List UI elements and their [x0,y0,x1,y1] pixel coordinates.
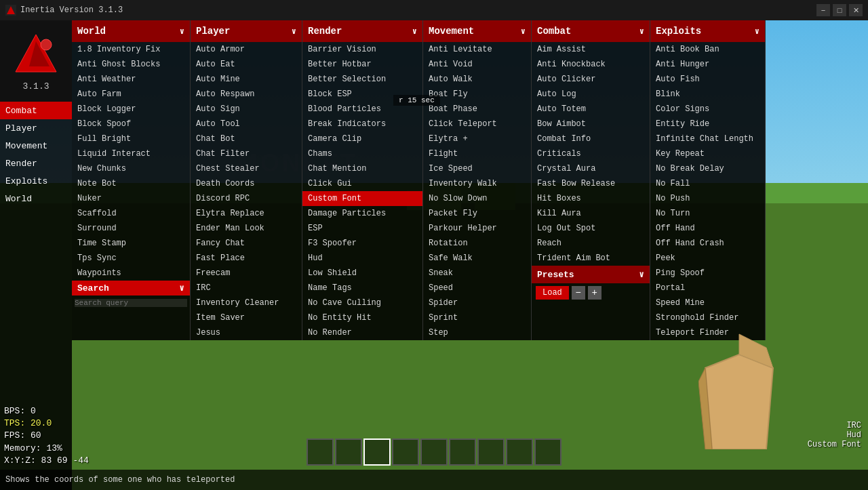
hotbar-slot[interactable] [477,438,505,466]
menu-item[interactable]: F3 Spoofer [302,236,422,251]
combat-header[interactable]: Combat ∨ [532,20,650,42]
menu-item[interactable]: Reach [532,236,650,251]
menu-item[interactable]: Anti Levitate [423,42,531,57]
search-section[interactable]: Search ∨ [72,281,190,295]
menu-item[interactable]: Off Hand Crash [650,236,765,251]
menu-item[interactable]: Death Coords [191,176,302,191]
menu-item[interactable]: Freecam [191,266,302,281]
menu-item[interactable]: New Chunks [72,161,190,176]
menu-item[interactable]: Auto Respawn [191,87,302,102]
menu-item[interactable]: Anti Ghost Blocks [72,57,190,72]
menu-item[interactable]: Full Bright [72,131,190,146]
sidebar-item-world[interactable]: World [0,190,72,207]
menu-item[interactable]: Sprint [423,310,531,325]
menu-item[interactable]: Entity Ride [650,117,765,131]
menu-item[interactable]: Stronghold Finder [650,310,765,325]
hotbar-slot[interactable] [506,438,533,466]
menu-item[interactable]: Low Shield [302,266,422,281]
menu-item[interactable]: Chest Stealer [191,161,302,176]
hotbar-slot[interactable] [420,438,448,466]
menu-item[interactable]: Rotation [423,236,531,251]
menu-item[interactable]: Safe Walk [423,251,531,266]
menu-item[interactable]: Better Hotbar [302,57,422,72]
menu-item[interactable]: Time Stamp [72,236,190,251]
menu-item[interactable]: Waypoints [72,266,190,281]
menu-item[interactable]: Auto Clicker [532,72,650,87]
menu-item[interactable]: Auto Walk [423,72,531,87]
presets-header[interactable]: Presets ∨ [532,266,650,283]
exploits-header[interactable]: Exploits ∨ [650,20,765,42]
menu-item[interactable]: Portal [650,281,765,295]
menu-item[interactable]: Parkour Helper [423,221,531,236]
menu-item[interactable]: Auto Fish [650,72,765,87]
menu-item[interactable]: Auto Mine [191,72,302,87]
menu-item[interactable]: Kill Aura [532,206,650,221]
menu-item[interactable]: Off Hand [650,221,765,236]
menu-item[interactable]: Break Indicators [302,117,422,131]
menu-item[interactable]: Anti Weather [72,72,190,87]
menu-item[interactable]: Surround [72,221,190,236]
preset-minus-button[interactable]: − [572,286,585,300]
menu-item-custom-font[interactable]: Custom Font [302,191,422,206]
menu-item[interactable]: Liquid Interact [72,146,190,161]
menu-item[interactable]: 1.8 Inventory Fix [72,42,190,57]
menu-item[interactable]: Chams [302,146,422,161]
menu-item[interactable]: Aim Assist [532,42,650,57]
render-header[interactable]: Render ∨ [302,20,422,42]
menu-item[interactable]: Inventory Walk [423,176,531,191]
menu-item[interactable]: Ping Spoof [650,266,765,281]
menu-item[interactable]: Speed [423,281,531,295]
minimize-button[interactable]: − [816,4,830,16]
menu-item[interactable]: Auto Totem [532,102,650,117]
menu-item[interactable]: No Render [302,325,422,340]
menu-item[interactable]: Trident Aim Bot [532,251,650,266]
menu-item[interactable]: Auto Armor [191,42,302,57]
menu-item[interactable]: Flight [423,146,531,161]
menu-item[interactable]: Inventory Cleaner [191,295,302,310]
menu-item[interactable]: Color Signs [650,102,765,117]
maximize-button[interactable]: □ [833,4,846,16]
menu-item[interactable]: Jesus [191,325,302,340]
player-header[interactable]: Player ∨ [191,20,302,42]
menu-item[interactable]: Criticals [532,146,650,161]
menu-item[interactable]: Log Out Spot [532,221,650,236]
menu-item[interactable]: Chat Mention [302,161,422,176]
menu-item[interactable]: Click Gui [302,176,422,191]
menu-item[interactable]: Ender Man Look [191,221,302,236]
menu-item[interactable]: Block Logger [72,102,190,117]
sidebar-item-combat[interactable]: Combat [0,102,72,119]
menu-item[interactable]: Spider [423,295,531,310]
menu-item[interactable]: Bow Aimbot [532,117,650,131]
menu-item[interactable]: Combat Info [532,131,650,146]
menu-item[interactable]: Auto Tool [191,117,302,131]
menu-item[interactable]: No Turn [650,206,765,221]
menu-item[interactable]: Anti Void [423,57,531,72]
menu-item[interactable]: IRC [191,281,302,295]
close-button[interactable]: ✕ [849,4,863,16]
menu-item[interactable]: Chat Bot [191,131,302,146]
menu-item[interactable]: Anti Hunger [650,57,765,72]
preset-plus-button[interactable]: + [588,286,601,300]
menu-item[interactable]: Fancy Chat [191,236,302,251]
menu-item[interactable]: Elytra + [423,131,531,146]
menu-item[interactable]: Fast Place [191,251,302,266]
menu-item[interactable]: Damage Particles [302,206,422,221]
menu-item[interactable]: Hud [302,251,422,266]
menu-item[interactable]: Auto Eat [191,57,302,72]
menu-item[interactable]: Auto Sign [191,102,302,117]
hotbar-slot[interactable] [392,438,419,466]
menu-item[interactable]: Packet Fly [423,206,531,221]
hotbar-slot[interactable] [307,438,334,466]
menu-item[interactable]: Camera Clip [302,131,422,146]
menu-item[interactable]: Tps Sync [72,251,190,266]
menu-item[interactable]: Hit Boxes [532,191,650,206]
menu-item[interactable]: ESP [302,221,422,236]
menu-item[interactable]: Blink [650,87,765,102]
menu-item[interactable]: Auto Farm [72,87,190,102]
menu-item[interactable]: Fast Bow Release [532,176,650,191]
menu-item[interactable]: Chat Filter [191,146,302,161]
menu-item[interactable]: No Cave Culling [302,295,422,310]
sidebar-item-render[interactable]: Render [0,155,72,172]
menu-item[interactable]: Speed Mine [650,295,765,310]
menu-item[interactable]: Auto Log [532,87,650,102]
